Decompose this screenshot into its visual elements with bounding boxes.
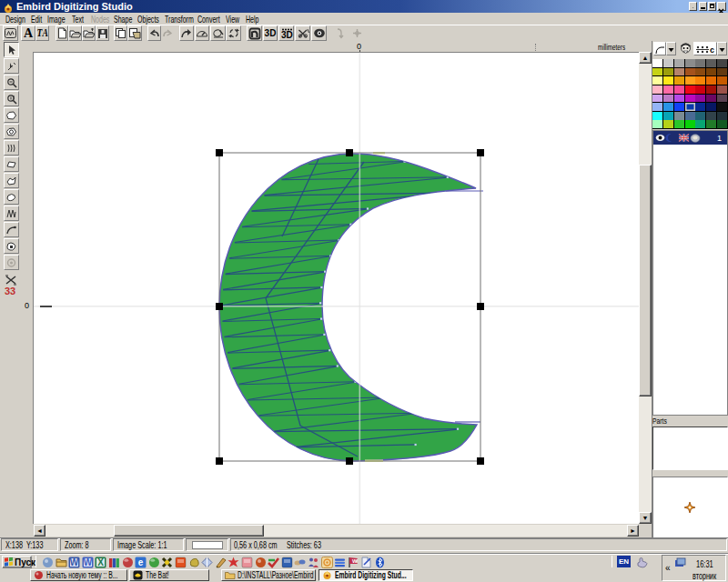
svg-text:c: c [710, 45, 714, 55]
svg-text:1: 1 [717, 134, 722, 143]
svg-text:W: W [84, 557, 93, 567]
svg-text:W: W [352, 558, 358, 564]
svg-text:X: X [98, 557, 105, 567]
svg-text:e: e [138, 557, 144, 567]
svg-text:W: W [70, 557, 79, 567]
svg-text:3D: 3D [281, 30, 293, 40]
